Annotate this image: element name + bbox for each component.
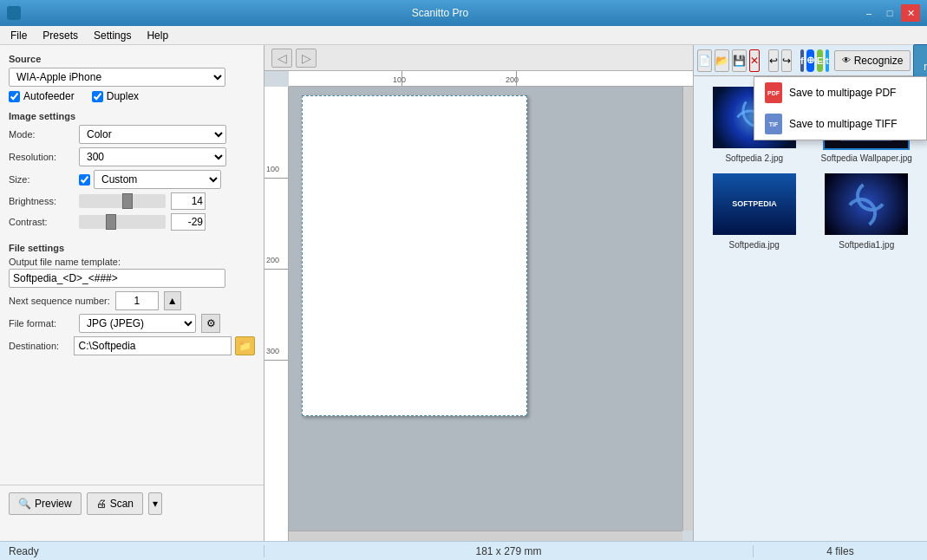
source-select[interactable]: WIA-Apple iPhone bbox=[9, 68, 225, 87]
zoom-out-btn[interactable]: ◁ bbox=[271, 49, 292, 68]
format-settings-btn[interactable]: ⚙ bbox=[201, 314, 220, 333]
save-tiff-item[interactable]: TIF Save to multipage TIFF bbox=[754, 108, 926, 140]
brightness-label: Brightness: bbox=[9, 196, 74, 206]
undo-btn[interactable]: ↩ bbox=[768, 49, 779, 72]
size-row: Size: Custom A4 Letter bbox=[9, 170, 255, 189]
save-multipage-button[interactable]: Save to multipage bbox=[913, 44, 927, 77]
bottom-bar: 🔍 Preview 🖨 Scan ▾ bbox=[0, 485, 264, 522]
thumbnail-image-3 bbox=[711, 172, 798, 237]
twitter-btn[interactable]: t bbox=[826, 49, 829, 72]
image-settings-label: Image settings bbox=[9, 111, 255, 121]
titlebar-left bbox=[7, 6, 21, 20]
menu-help[interactable]: Help bbox=[140, 28, 175, 43]
menu-presets[interactable]: Presets bbox=[36, 28, 85, 43]
menubar: File Presets Settings Help bbox=[0, 26, 927, 45]
brightness-row: Brightness: bbox=[9, 192, 255, 210]
scan-dropdown-arrow[interactable]: ▾ bbox=[148, 492, 162, 515]
output-template-input[interactable] bbox=[9, 269, 225, 288]
recognize-icon: 👁 bbox=[842, 55, 851, 65]
right-panel: 📄 📂 💾 ✕ ↩ ↪ f ⊕ E t 👁 Recognize Save to … bbox=[693, 45, 927, 541]
ruler-200-v-label: 200 bbox=[266, 256, 279, 264]
contrast-slider[interactable] bbox=[79, 215, 166, 229]
size-select[interactable]: Custom A4 Letter bbox=[94, 170, 221, 189]
delete-btn[interactable]: ✕ bbox=[749, 49, 760, 72]
format-label: File format: bbox=[9, 318, 74, 329]
thumb-canvas-3 bbox=[711, 172, 798, 237]
destination-input[interactable] bbox=[74, 336, 232, 355]
thumbnail-image-4 bbox=[823, 172, 910, 237]
ruler-300-v-label: 300 bbox=[266, 347, 279, 355]
canvas-area bbox=[289, 87, 682, 531]
destination-label: Destination: bbox=[9, 341, 70, 351]
window-title: Scanitto Pro bbox=[21, 7, 859, 19]
scan-button[interactable]: 🖨 Scan bbox=[87, 492, 143, 515]
seq-increment-btn[interactable]: ▲ bbox=[164, 291, 181, 310]
scan-icon: 🖨 bbox=[96, 498, 107, 510]
ruler-100-v-label: 100 bbox=[266, 165, 279, 173]
right-toolbar: 📄 📂 💾 ✕ ↩ ↪ f ⊕ E t 👁 Recognize Save to … bbox=[694, 45, 927, 76]
maximize-button[interactable]: □ bbox=[880, 4, 899, 22]
app-icon bbox=[7, 6, 21, 20]
resolution-row: Resolution: 300 150 600 bbox=[9, 147, 255, 166]
contrast-value[interactable] bbox=[171, 213, 206, 231]
brightness-value[interactable] bbox=[171, 192, 206, 210]
thumbnail-label-2: Softpedia Wallpaper.jpg bbox=[821, 153, 912, 163]
evernote-btn[interactable]: E bbox=[817, 49, 823, 72]
thumbnail-label-4: Softpedia1.jpg bbox=[839, 240, 894, 250]
scan-area: mm 100 200 100 200 300 bbox=[264, 71, 693, 541]
left-panel: Source WIA-Apple iPhone Autofeeder Duple… bbox=[0, 45, 264, 541]
main-container: Source WIA-Apple iPhone Autofeeder Duple… bbox=[0, 45, 927, 541]
checkboxes-row: Autofeeder Duplex bbox=[9, 90, 255, 102]
recognize-button[interactable]: 👁 Recognize bbox=[834, 50, 911, 71]
output-template-label: Output file name template: bbox=[9, 257, 255, 267]
save-multipage-group: Save to multipage ▾ bbox=[913, 44, 927, 77]
seq-label: Next sequence number: bbox=[9, 296, 110, 306]
duplex-checkbox-label[interactable]: Duplex bbox=[92, 90, 139, 102]
browse-folder-btn[interactable]: 📁 bbox=[235, 336, 255, 355]
autofeeder-checkbox[interactable] bbox=[9, 91, 20, 102]
titlebar-buttons: – □ ✕ bbox=[859, 4, 920, 22]
menu-settings[interactable]: Settings bbox=[87, 28, 138, 43]
format-select[interactable]: JPG (JPEG) PNG TIFF PDF bbox=[79, 314, 196, 333]
mode-label: Mode: bbox=[9, 129, 74, 140]
seq-input[interactable] bbox=[115, 291, 159, 310]
facebook-btn[interactable]: f bbox=[800, 49, 804, 72]
center-panel: ◁ ▷ mm 100 200 100 200 300 bbox=[264, 45, 693, 541]
thumbnail-item-3[interactable]: Softpedia.jpg bbox=[702, 172, 806, 250]
duplex-checkbox[interactable] bbox=[92, 91, 103, 102]
contrast-row: Contrast: bbox=[9, 213, 255, 231]
mode-row: Mode: Color Grayscale Black & White bbox=[9, 125, 255, 144]
pdf-icon: PDF bbox=[765, 82, 782, 103]
close-button[interactable]: ✕ bbox=[901, 4, 920, 22]
ruler-top: 100 200 bbox=[289, 71, 693, 87]
thumbnails-area: Softpedia 2.jpg Softpedia Wallpaper.jpg … bbox=[694, 76, 927, 541]
scan-preview bbox=[302, 95, 527, 416]
seq-row: Next sequence number: ▲ bbox=[9, 291, 255, 310]
save-btn[interactable]: 💾 bbox=[732, 49, 747, 72]
size-checkbox[interactable] bbox=[79, 174, 90, 186]
minimize-button[interactable]: – bbox=[859, 4, 878, 22]
thumbnail-label-3: Softpedia.jpg bbox=[729, 240, 780, 250]
format-row: File format: JPG (JPEG) PNG TIFF PDF ⚙ bbox=[9, 314, 255, 333]
mode-select[interactable]: Color Grayscale Black & White bbox=[79, 125, 226, 144]
open-btn[interactable]: 📂 bbox=[715, 49, 729, 72]
preview-button[interactable]: 🔍 Preview bbox=[9, 492, 82, 515]
save-pdf-item[interactable]: PDF Save to multipage PDF bbox=[754, 77, 926, 108]
autofeeder-checkbox-label[interactable]: Autofeeder bbox=[9, 90, 75, 102]
ruler-100-label: 100 bbox=[393, 75, 406, 84]
vertical-scrollbar[interactable] bbox=[682, 87, 693, 531]
menu-file[interactable]: File bbox=[3, 28, 34, 43]
redo-btn[interactable]: ↪ bbox=[781, 49, 792, 72]
zoom-in-btn[interactable]: ▷ bbox=[296, 49, 317, 68]
resolution-label: Resolution: bbox=[9, 152, 74, 162]
horizontal-scrollbar[interactable] bbox=[289, 531, 682, 541]
status-ready: Ready bbox=[0, 545, 264, 557]
file-settings-label: File settings bbox=[9, 243, 255, 253]
thumbnail-item-4[interactable]: Softpedia1.jpg bbox=[815, 172, 919, 250]
contrast-label: Contrast: bbox=[9, 217, 74, 227]
brightness-slider-row bbox=[79, 192, 206, 210]
brightness-slider[interactable] bbox=[79, 194, 166, 208]
resolution-select[interactable]: 300 150 600 bbox=[79, 147, 226, 166]
new-doc-btn[interactable]: 📄 bbox=[697, 49, 712, 72]
dropbox-btn[interactable]: ⊕ bbox=[806, 49, 814, 72]
